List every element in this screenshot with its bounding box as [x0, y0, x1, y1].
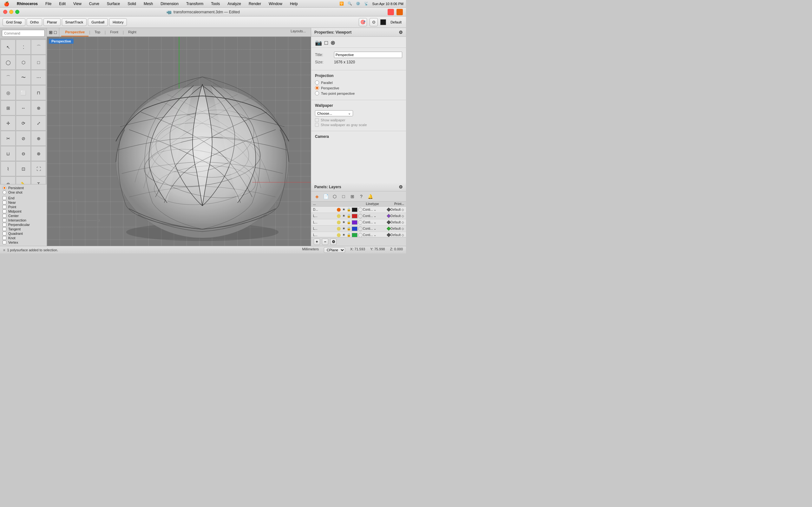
snap-perp-check[interactable] — [3, 223, 6, 227]
menu-tools[interactable]: Tools — [210, 1, 221, 7]
show-wallpaper-check[interactable]: Show wallpaper — [315, 118, 402, 122]
scale-tool-btn[interactable]: ⤢ — [31, 116, 46, 130]
curve-tool-btn[interactable]: ⌒ — [31, 40, 46, 55]
menu-edit[interactable]: Edit — [58, 1, 67, 7]
layer-sun-1[interactable]: ☀ — [341, 214, 346, 218]
menu-dimension[interactable]: Dimension — [159, 1, 180, 7]
layer-color-4[interactable] — [352, 233, 357, 237]
layouts-button[interactable]: Layouts... — [287, 28, 309, 37]
perspective-option[interactable]: Perspective — [315, 86, 402, 90]
viewport-grid-icon[interactable]: ⊞ — [49, 30, 53, 35]
snap-intersection-check[interactable] — [3, 218, 6, 222]
layer-row-1[interactable]: L... ☀ 🔒 Conti... ⌄ Default ◇ — [311, 213, 406, 219]
apple-menu[interactable]: 🍎 — [3, 1, 10, 7]
snap-end[interactable]: End — [3, 196, 44, 200]
sweep-tool-btn[interactable]: ⊗ — [31, 101, 46, 115]
layout-tab-icon[interactable]: □ — [340, 193, 347, 200]
add-layer-button[interactable]: + — [314, 239, 320, 245]
menu-transform[interactable]: Transform — [185, 1, 205, 7]
layer-lock-3[interactable]: 🔒 — [346, 227, 351, 231]
history-button[interactable]: History — [109, 18, 127, 26]
snap-center-check[interactable] — [3, 214, 6, 218]
layer-color-1[interactable] — [352, 214, 357, 218]
menu-help[interactable]: Help — [289, 1, 299, 7]
sphere-tool-btn[interactable]: ◎ — [1, 85, 15, 100]
command-input[interactable] — [2, 30, 45, 37]
snap-tangent[interactable]: Tangent — [3, 227, 44, 231]
siri-icon[interactable]: 📡 — [364, 2, 368, 6]
tab-top[interactable]: Top — [91, 28, 104, 37]
parallel-radio[interactable] — [315, 80, 319, 84]
boolean-diff-btn[interactable]: ⊖ — [16, 146, 31, 161]
boolean-int-btn[interactable]: ⊗ — [31, 146, 46, 161]
layer-lock-4[interactable]: 🔒 — [346, 233, 351, 237]
cplane-select[interactable]: CPlane — [324, 247, 345, 253]
mesh-btn[interactable]: ⛶ — [31, 161, 46, 176]
trim-tool-btn[interactable]: ✂ — [1, 131, 15, 146]
snap-point-check[interactable] — [3, 205, 6, 209]
two-point-radio[interactable] — [315, 91, 319, 95]
layer-row-0[interactable]: D... ☀ 🔒 Conti... ⌄ Default ◇ — [311, 207, 406, 213]
polygon-tool-btn[interactable]: ⬡ — [16, 55, 31, 70]
layer-sun-3[interactable]: ☀ — [341, 227, 346, 231]
snap-tangent-check[interactable] — [3, 227, 6, 231]
close-button[interactable] — [3, 10, 7, 14]
oneshot-radio[interactable] — [3, 190, 6, 194]
wifi-icon[interactable]: 🛜 — [339, 2, 344, 6]
objects-tab-icon[interactable]: ⬡ — [331, 193, 339, 200]
interpolate-tool-btn[interactable]: ⋯ — [31, 70, 46, 85]
tab-right[interactable]: Right — [124, 28, 140, 37]
layer-color-3[interactable] — [352, 227, 357, 231]
fillet-btn[interactable]: ⌇ — [1, 161, 15, 176]
viewport-single-icon[interactable]: □ — [54, 30, 56, 35]
join-tool-btn[interactable]: ⊕ — [31, 131, 46, 146]
layer-row-3[interactable]: L... ☀ 🔒 Conti... ⌄ Default ◇ — [311, 226, 406, 232]
menu-render[interactable]: Render — [247, 1, 262, 7]
layer-lock-1[interactable]: 🔒 — [346, 214, 351, 218]
show-grayscale-checkbox[interactable] — [315, 123, 319, 127]
render-button[interactable]: ⊙ — [369, 18, 378, 26]
layer-row-2[interactable]: L... ☀ 🔒 Conti... ⌄ Default ◇ — [311, 219, 406, 226]
menu-rhinoceros[interactable]: Rhinoceros — [15, 1, 39, 7]
oneshot-snap[interactable]: One shot — [3, 190, 44, 194]
maximize-button[interactable] — [15, 10, 19, 14]
color-swatch[interactable] — [380, 19, 386, 25]
properties-gear-icon[interactable]: ⚙ — [399, 30, 403, 35]
offset-btn[interactable]: ⊡ — [16, 161, 31, 176]
two-point-option[interactable]: Two point perspective — [315, 91, 402, 95]
choose-dropdown[interactable]: Choose... ⌄ — [315, 110, 353, 116]
snap-center[interactable]: Center — [3, 214, 44, 218]
layer-sun-4[interactable]: ☀ — [341, 233, 346, 237]
remove-layer-button[interactable]: − — [322, 239, 328, 245]
snap-perpendicular[interactable]: Perpendicular — [3, 222, 44, 227]
snap-near[interactable]: Near — [3, 200, 44, 205]
layers-gear-icon[interactable]: ⚙ — [399, 184, 403, 189]
boolean-union-btn[interactable]: ⊔ — [1, 146, 15, 161]
text-btn[interactable]: T — [31, 176, 46, 184]
perspective-radio[interactable] — [315, 86, 319, 90]
box-tool-btn[interactable]: ⬜ — [16, 85, 31, 100]
show-wallpaper-checkbox[interactable] — [315, 118, 319, 122]
move-tool-btn[interactable]: ✛ — [1, 116, 15, 130]
layer-circle-0[interactable] — [358, 208, 362, 212]
menu-analyze[interactable]: Analyze — [226, 1, 242, 7]
snap-near-check[interactable] — [3, 201, 6, 205]
select-tool-btn[interactable]: ↖ — [1, 40, 15, 55]
freeform-tool-btn[interactable]: 〜 — [16, 70, 31, 85]
circle-tool-btn[interactable]: ◯ — [1, 55, 15, 70]
viewport-canvas[interactable]: Y X Perspective — [47, 37, 311, 246]
layer-circle-1[interactable] — [358, 214, 362, 218]
menu-file[interactable]: File — [44, 1, 53, 7]
ortho-button[interactable]: Ortho — [27, 18, 43, 26]
smarttrack-button[interactable]: SmartTrack — [62, 18, 87, 26]
planar-button[interactable]: Planar — [44, 18, 61, 26]
show-grayscale-check[interactable]: Show wallpaper as gray scale — [315, 123, 402, 127]
layer-settings-button[interactable]: ⚙ — [330, 239, 337, 245]
snap-vertex[interactable]: Vertex — [3, 240, 44, 245]
zoom-extents-button[interactable]: 🎯 — [359, 18, 367, 26]
persistent-radio[interactable] — [3, 186, 6, 190]
snap-end-check[interactable] — [3, 196, 6, 200]
snap-midpoint-check[interactable] — [3, 210, 6, 213]
layer-sun-2[interactable]: ☀ — [341, 220, 346, 224]
cylinder-tool-btn[interactable]: ⊓ — [31, 85, 46, 100]
